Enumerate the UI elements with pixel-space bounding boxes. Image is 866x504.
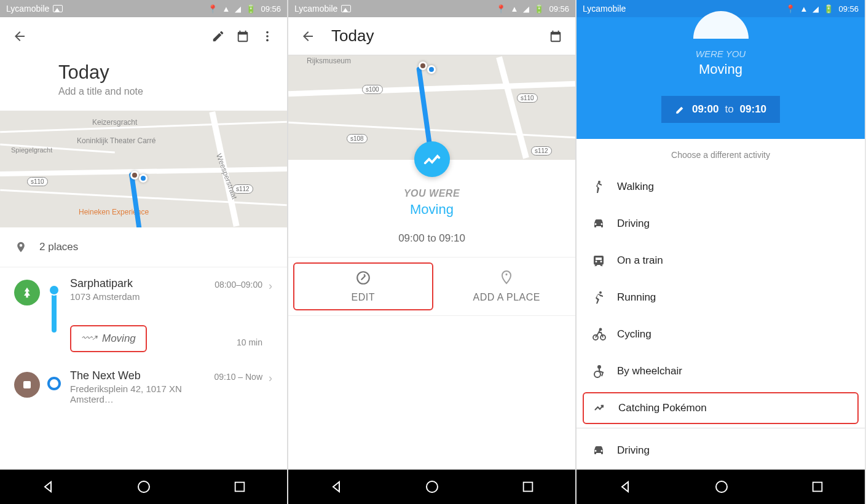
screen-1-timeline: Lycamobile 📍 ▲ ◢ 🔋 09:56 Today Add a tit… <box>0 0 288 504</box>
wifi-icon: ▲ <box>800 4 808 14</box>
nav-recent-button[interactable] <box>521 480 535 494</box>
run-icon <box>591 290 617 305</box>
map-label: Koninklijk Theater Carré <box>77 136 156 145</box>
wifi-icon: ▲ <box>511 4 519 14</box>
moving-duration: 10 min <box>237 320 262 347</box>
time-to: 09:10 <box>740 103 766 116</box>
map-marker-blue <box>139 174 148 183</box>
activity-option-wheelchair[interactable]: By wheelchair <box>577 353 865 390</box>
svg-point-9 <box>599 291 602 294</box>
map-label: Rijksmuseum <box>307 57 351 65</box>
activity-option-driving[interactable]: Driving <box>577 205 865 242</box>
were-you-label: WERE YOU <box>577 49 865 59</box>
clock-label: 09:56 <box>549 4 569 14</box>
edit-button[interactable] <box>206 24 230 49</box>
signal-icon: ◢ <box>813 4 819 14</box>
screen-2-moving-detail: Lycamobile 📍▲◢🔋09:56 Today Rijksmuseum s… <box>288 0 577 504</box>
title-block[interactable]: Today Add a title and note <box>0 55 287 111</box>
nav-home-button[interactable] <box>714 479 729 494</box>
picture-icon <box>53 5 63 12</box>
svg-point-14 <box>598 366 600 368</box>
battery-icon: 🔋 <box>824 4 833 14</box>
activity-option-walking[interactable]: Walking <box>577 168 865 205</box>
pin-icon <box>15 240 27 254</box>
map-label: Spiegelgracht <box>11 146 52 154</box>
timeline-map[interactable]: Keizersgracht Koninklijk Theater Carré S… <box>0 111 287 227</box>
place-name: Sarphatipark <box>70 277 215 290</box>
activity-label: Driving <box>617 218 650 230</box>
status-bar: Lycamobile 📍 ▲ ◢ 🔋 09:56 <box>0 0 287 17</box>
back-button[interactable] <box>296 24 320 49</box>
car-icon <box>591 216 617 231</box>
time-from: 09:00 <box>692 103 718 116</box>
status-bar: Lycamobile 📍▲◢🔋09:56 <box>288 0 575 17</box>
divider <box>577 428 865 428</box>
add-place-label: ADD A PLACE <box>473 292 540 303</box>
svg-point-1 <box>266 35 269 37</box>
overflow-button[interactable] <box>255 24 280 49</box>
time-range: 09:00 to 09:10 <box>288 232 575 245</box>
nav-home-button[interactable] <box>136 479 151 494</box>
map-label: Keizersgracht <box>92 118 137 127</box>
svg-point-6 <box>427 481 438 492</box>
android-nav-bar <box>288 470 575 504</box>
activity-list[interactable]: Choose a different activity Walking Driv… <box>577 139 865 483</box>
svg-point-0 <box>266 31 269 34</box>
action-bar <box>0 17 287 55</box>
svg-point-3 <box>138 481 149 492</box>
place-sub: Frederiksplein 42, 1017 XN Amsterd… <box>70 384 214 404</box>
timeline-list: Sarphatipark 1073 Amsterdam 08:00–09:00 … <box>0 267 287 422</box>
svg-point-12 <box>600 329 602 331</box>
timeline-item[interactable]: Sarphatipark 1073 Amsterdam 08:00–09:00 … <box>11 277 276 320</box>
carrier-label: Lycamobile <box>6 4 49 14</box>
timeline-item[interactable]: The Next Web Frederiksplein 42, 1017 XN … <box>11 369 276 412</box>
time-to-word: to <box>725 103 733 116</box>
choose-label: Choose a different activity <box>577 139 865 168</box>
activity-option-cycling[interactable]: Cycling <box>577 316 865 353</box>
nav-home-button[interactable] <box>425 479 439 494</box>
calendar-button[interactable] <box>230 24 255 49</box>
nav-recent-button[interactable] <box>811 480 824 494</box>
edit-icon <box>675 104 686 115</box>
page-title: Today <box>58 61 274 84</box>
carrier-label: Lycamobile <box>294 4 337 14</box>
chevron-right-icon: › <box>262 277 276 293</box>
edit-activity-button[interactable]: EDIT <box>293 262 433 310</box>
clock-label: 09:56 <box>261 4 281 14</box>
train-icon <box>591 253 617 268</box>
action-bar: Today <box>288 17 575 55</box>
places-summary-row[interactable]: 2 places <box>0 227 287 267</box>
nav-recent-button[interactable] <box>233 480 246 494</box>
android-nav-bar <box>0 470 287 504</box>
page-title: Today <box>331 26 374 45</box>
activity-option-running[interactable]: Running <box>577 279 865 316</box>
timeline-moving-row[interactable]: 〰↗ Moving 10 min › <box>11 320 276 369</box>
activity-label: Catching Pokémon <box>618 402 707 414</box>
activity-label: By wheelchair <box>617 365 682 377</box>
you-were-label: YOU WERE <box>288 188 575 199</box>
carrier-label: Lycamobile <box>583 4 626 14</box>
nav-back-button[interactable] <box>618 479 632 494</box>
back-button[interactable] <box>7 24 32 49</box>
road-badge: s110 <box>517 93 538 103</box>
activity-option-train[interactable]: On a train <box>577 242 865 279</box>
chevron-right-icon: › <box>262 369 276 385</box>
activity-label: Driving <box>617 444 650 457</box>
time-range-chip[interactable]: 09:00 to 09:10 <box>661 96 780 123</box>
add-place-button[interactable]: ADD A PLACE <box>438 258 576 315</box>
svg-point-2 <box>266 39 269 42</box>
pin-plus-icon <box>499 269 514 286</box>
places-count: 2 places <box>39 241 78 253</box>
map-marker-blue <box>427 65 436 74</box>
car-icon <box>591 443 617 458</box>
nav-back-button[interactable] <box>329 479 344 494</box>
signal-icon: ◢ <box>235 4 241 14</box>
activity-option-driving-2[interactable]: Driving <box>577 432 865 469</box>
nav-back-button[interactable] <box>41 479 55 494</box>
road-badge: s100 <box>362 85 383 94</box>
calendar-button[interactable] <box>543 24 568 49</box>
map-marker-brown <box>130 171 139 179</box>
activity-option-pokemon[interactable]: Catching Pokémon <box>583 392 859 424</box>
moving-chip[interactable]: 〰↗ Moving <box>70 325 147 352</box>
svg-rect-16 <box>813 482 822 492</box>
